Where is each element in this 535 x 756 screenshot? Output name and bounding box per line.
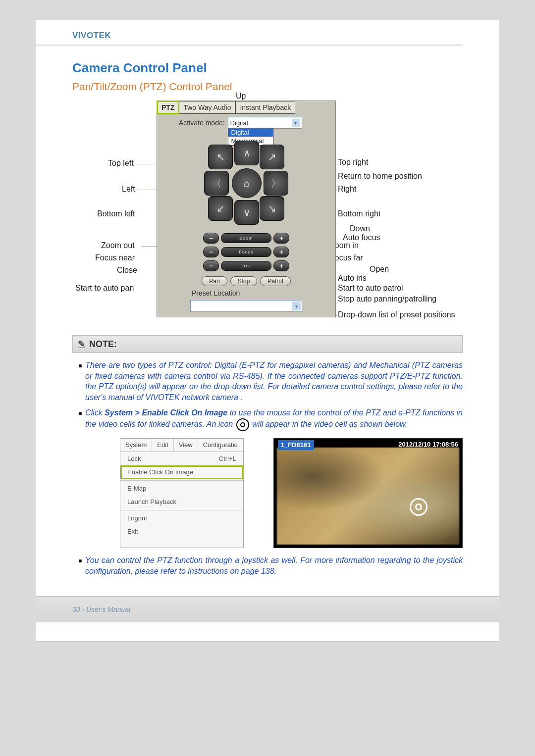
header-divider [36,45,463,46]
dpad-bottom-right[interactable]: ↘ [260,196,284,221]
menu-separator [120,510,243,510]
callout-auto-patrol: Start to auto patrol [338,284,403,293]
note-heading-bar: ✎ NOTE: [72,335,463,353]
callout-right: Right [338,185,356,194]
page: VIVOTEK Camera Control Panel Pan/Tilt/Zo… [36,20,499,642]
dpad-left[interactable]: 〈 [204,171,229,196]
dpad-top-right[interactable]: ↗ [260,145,284,169]
preset-dropdown[interactable]: ▾ [190,300,302,312]
dpad: ↖ ∧ ↗ 〈 ⌂ 〉 ↙ ∨ ↘ [204,141,288,225]
focus-near-button[interactable]: − [203,247,219,257]
menu-item-logout[interactable]: Logout [120,511,243,525]
callout-close: Close [117,266,137,275]
target-icon [410,498,428,516]
camera-cell-screenshot: 1_FD8161 2012/12/10 17:08:56 [273,438,463,548]
tab-ptz[interactable]: PTZ [157,101,179,114]
iris-close-button[interactable]: − [203,260,219,271]
tab-two-way-audio[interactable]: Two Way Audio [179,101,235,114]
note-item-3: You can control the PTZ function through… [85,555,463,576]
dpad-home[interactable]: ⌂ [232,168,262,198]
focus-slider-row: − Focus + [157,247,335,257]
zoom-in-button[interactable]: + [273,233,289,244]
note-item-1: There are two types of PTZ control: Digi… [85,360,463,403]
menu-item-enable-click[interactable]: Enable Click On Image [120,465,243,479]
mode-label: Activate mode: [179,119,225,127]
pencil-icon: ✎ [78,339,85,350]
focus-track[interactable]: Focus [221,247,271,257]
callout-up: Up [236,92,246,101]
callout-return-home: Return to home position [338,172,422,181]
chevron-down-icon: ▾ [292,302,301,310]
callout-left: Left [122,185,135,194]
content: Camera Control Panel Pan/Tilt/Zoom (PTZ)… [36,46,499,576]
stop-button[interactable]: Stop [230,276,258,286]
system-menu-screenshot: System Edit View Configuratio Lock Ctrl+… [120,438,244,548]
dpad-up[interactable]: ∧ [234,141,259,165]
dpad-down[interactable]: ∨ [234,200,259,225]
note-heading: NOTE: [89,339,117,350]
page-title: Camera Control Panel [72,60,463,76]
screenshot-row: System Edit View Configuratio Lock Ctrl+… [120,438,463,548]
camera-image [277,448,459,545]
zoom-track[interactable]: Zoom [221,233,271,243]
pan-button[interactable]: Pan [202,276,227,286]
callout-top-left: Top left [108,159,134,168]
menu-tab-config[interactable]: Configuratio [198,439,243,452]
menu-item-lock[interactable]: Lock Ctrl+L [120,452,243,466]
callout-focus-near: Focus near [95,253,135,262]
dpad-right[interactable]: 〉 [264,171,288,196]
callout-auto-pan: Start to auto pan [75,284,134,293]
chevron-down-icon: ▾ [292,119,300,127]
camera-name: 1_FD8161 [278,440,314,450]
note-list: There are two types of PTZ control: Digi… [72,360,463,576]
iris-slider-row: − Iris + [157,260,335,271]
menu-tab-edit[interactable]: Edit [152,439,173,452]
menu-separator [120,480,243,481]
callout-stop-auto: Stop auto panning/patrolling [338,295,436,303]
ptz-panel: PTZ Two Way Audio Instant Playback Activ… [157,101,336,317]
menu-item-emap[interactable]: E-Map [120,482,243,496]
callout-open: Open [370,265,389,274]
callout-down: Down [350,224,370,233]
callout-top-right: Top right [338,158,368,167]
dpad-top-left[interactable]: ↖ [208,145,233,169]
page-header-brand: VIVOTEK [36,20,499,45]
menu-tab-system[interactable]: System [120,439,152,452]
iris-track[interactable]: Iris [221,261,271,271]
note-item-2: Click System > Enable Click On Image to … [85,407,463,548]
ptz-diagram: Up Top left Left Bottom left Zoom out Fo… [72,95,469,332]
dpad-bottom-left[interactable]: ↙ [208,196,233,221]
camera-timestamp: 2012/12/10 17:08:56 [398,440,458,450]
zoom-out-button[interactable]: − [203,233,219,244]
target-icon [236,418,249,431]
ptz-tabs: PTZ Two Way Audio Instant Playback [157,101,335,114]
menu-tab-view[interactable]: View [174,439,198,452]
tab-instant-playback[interactable]: Instant Playback [235,101,295,114]
mode-selected: Digital [230,119,248,127]
iris-open-button[interactable]: + [273,260,289,271]
callout-zoom-out: Zoom out [101,241,135,250]
mode-select[interactable]: Digital ▾ Digital Mechanical [228,117,302,129]
menu-item-launch-playback[interactable]: Launch Playback [120,495,243,509]
preset-label: Preset Location [157,289,335,297]
patrol-button[interactable]: Patrol [260,276,290,286]
focus-far-button[interactable]: + [273,247,289,257]
callout-preset-dd: Drop-down list of preset positions [338,310,455,319]
callout-auto-iris: Auto iris [338,274,367,283]
mode-option-digital[interactable]: Digital [228,128,273,137]
page-footer: 30 - User's Manual [36,596,499,622]
callout-bottom-right: Bottom right [338,209,380,218]
section-title: Pan/Tilt/Zoom (PTZ) Control Panel [72,81,463,93]
menu-item-exit[interactable]: Exit [120,525,243,539]
callout-bottom-left: Bottom left [97,209,135,218]
zoom-slider-row: − Zoom + [157,233,335,244]
